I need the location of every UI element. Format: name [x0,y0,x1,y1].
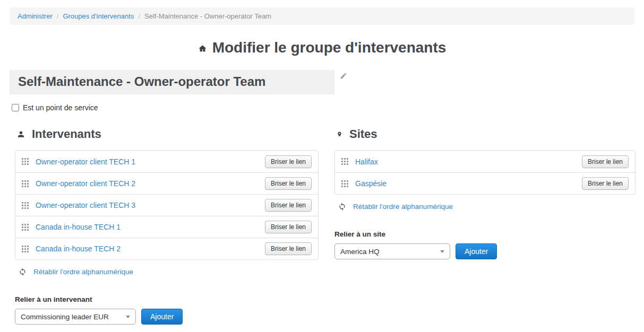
sites-section: Sites Halifax Briser le lien Gaspésie [334,127,636,325]
unlink-button[interactable]: Briser le lien [582,177,629,190]
unlink-button[interactable]: Briser le lien [582,155,629,168]
intervenant-link[interactable]: Canada in-house TECH 2 [36,244,121,253]
sites-title: Sites [337,127,636,141]
breadcrumb-link-administrer[interactable]: Administrer [18,12,53,20]
unlink-button[interactable]: Briser le lien [265,177,312,190]
map-marker-icon [337,130,342,138]
person-icon [17,130,25,138]
reset-order-link-sites[interactable]: Rétablir l'ordre alphanumérique [338,203,453,211]
intervenant-link[interactable]: Owner-operator client TECH 2 [36,179,135,188]
service-point-label: Est un point de service [23,103,98,112]
drag-handle-icon[interactable] [22,158,29,165]
page-title: Modifier le groupe d'intervenants [0,39,644,56]
drag-handle-icon[interactable] [341,180,348,187]
main-columns: Intervenants Owner-operator client TECH … [15,127,636,325]
drag-handle-icon[interactable] [22,246,29,252]
unlink-button[interactable]: Briser le lien [265,199,312,212]
link-site-label: Relier à un site [334,230,636,238]
site-link[interactable]: Gaspésie [355,179,387,188]
drag-handle-icon[interactable] [22,224,29,231]
link-intervenant-form: Relier à un intervenant Commissioning le… [15,295,319,325]
service-point-checkbox[interactable] [12,104,19,111]
breadcrumb-current-page: Self-Maintenance - Owner-operator Team [144,12,271,20]
unlink-button[interactable]: Briser le lien [265,221,312,233]
drag-handle-icon[interactable] [22,202,29,209]
intervenants-section: Intervenants Owner-operator client TECH … [15,127,319,325]
intervenant-list-item: Owner-operator client TECH 3 Briser le l… [15,194,318,216]
link-intervenant-label: Relier à un intervenant [15,295,319,303]
chevron-down-icon [440,250,444,253]
chevron-down-icon [126,316,130,318]
link-site-form: Relier à un site America HQ Ajouter [334,230,636,259]
breadcrumb-link-groupes-intervenants[interactable]: Groupes d'intervenants [63,12,134,20]
site-select-value: America HQ [340,248,380,256]
site-link[interactable]: Halifax [355,158,378,166]
intervenant-list-item: Canada in-house TECH 1 Briser le lien [15,216,318,238]
intervenants-list: Owner-operator client TECH 1 Briser le l… [15,150,319,260]
intervenant-list-item: Canada in-house TECH 2 Briser le lien [15,238,318,259]
intervenant-select[interactable]: Commissioning leader EUR [15,309,136,325]
service-point-row: Est un point de service [12,103,634,112]
refresh-icon [338,203,346,211]
unlink-button[interactable]: Briser le lien [265,155,312,168]
reset-order-label: Rétablir l'ordre alphanumérique [33,268,133,276]
intervenants-title-text: Intervenants [32,127,101,141]
intervenant-list-item: Owner-operator client TECH 2 Briser le l… [15,172,318,194]
pencil-edit-icon[interactable] [340,72,347,80]
breadcrumb: Administrer / Groupes d'intervenants / S… [10,7,634,25]
intervenant-select-value: Commissioning leader EUR [21,313,109,321]
intervenant-link[interactable]: Canada in-house TECH 1 [36,223,121,231]
group-name-row: Self-Maintenance - Owner-operator Team [10,70,634,94]
site-select[interactable]: America HQ [334,243,450,259]
group-name-editable[interactable]: Self-Maintenance - Owner-operator Team [10,70,334,94]
drag-handle-icon[interactable] [341,158,348,165]
breadcrumb-separator: / [138,12,140,20]
add-intervenant-button[interactable]: Ajouter [141,309,183,325]
breadcrumb-separator: / [57,12,59,20]
sites-title-text: Sites [349,127,377,141]
reset-order-label: Rétablir l'ordre alphanumérique [353,203,453,211]
reset-order-link-intervenants[interactable]: Rétablir l'ordre alphanumérique [19,268,133,276]
add-site-button[interactable]: Ajouter [456,243,497,259]
home-icon [198,44,207,53]
sites-list: Halifax Briser le lien Gaspésie Briser l… [334,150,636,195]
intervenants-title: Intervenants [17,127,319,141]
refresh-icon [19,268,27,276]
intervenant-link[interactable]: Owner-operator client TECH 1 [36,158,135,166]
page-title-text: Modifier le groupe d'intervenants [212,39,446,56]
intervenant-list-item: Owner-operator client TECH 1 Briser le l… [15,151,318,172]
site-list-item: Halifax Briser le lien [335,151,635,172]
site-list-item: Gaspésie Briser le lien [335,172,635,194]
intervenant-link[interactable]: Owner-operator client TECH 3 [36,201,135,209]
unlink-button[interactable]: Briser le lien [265,242,312,255]
drag-handle-icon[interactable] [22,180,29,187]
